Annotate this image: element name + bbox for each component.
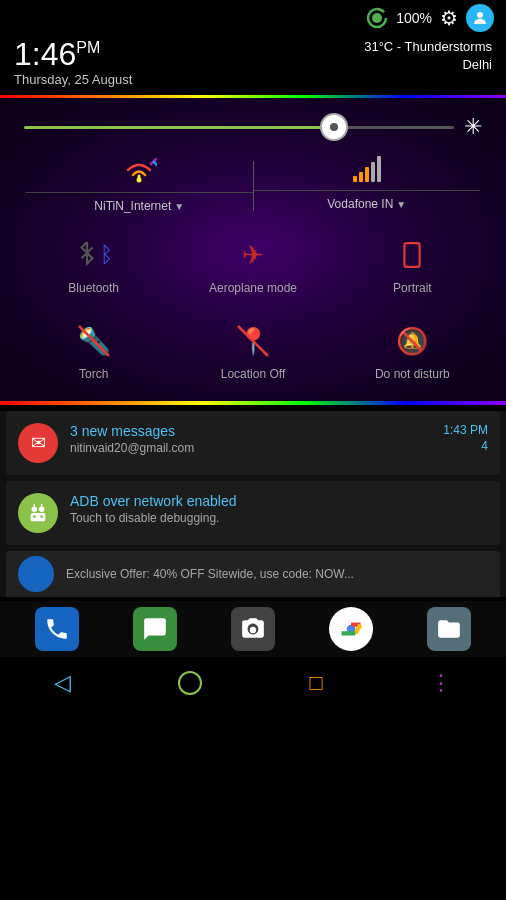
portrait-label: Portrait [393,281,432,295]
svg-point-10 [39,507,44,512]
svg-line-8 [238,326,268,356]
wifi-label: NiTiN_Internet ▼ [94,199,184,213]
toggle-grid: ᛒ Bluetooth ✈ Aeroplane mode Portrait 🔦 [16,225,490,389]
notif-adb[interactable]: ADB over network enabled Touch to disabl… [6,481,500,545]
signal-bars-icon [353,160,381,182]
notif-messages-time: 1:43 PM [443,423,488,437]
avatar[interactable] [466,4,494,32]
date-label: Thursday, 25 August [14,72,132,87]
time-date-row: 1:46PM Thursday, 25 August 31°C - Thunde… [0,36,506,95]
brightness-thumb[interactable] [320,113,348,141]
location-icon: 📍 [233,321,273,361]
svg-point-9 [32,507,37,512]
dock-files[interactable] [427,607,471,651]
svg-line-7 [79,326,109,356]
nav-home-button[interactable] [178,671,202,695]
portrait-icon [392,235,432,275]
svg-line-5 [154,162,157,165]
signal-item[interactable]: Vodafone IN ▼ [254,160,481,211]
notif-messages-content: 3 new messages nitinvaid20@gmail.com [70,423,431,455]
weather-block: 31°C - Thunderstorms Delhi [364,38,492,74]
connectivity-row: NiTiN_Internet ▼ Vodafone IN ▼ [16,158,490,213]
settings-icon[interactable]: ⚙ [440,6,458,30]
dnd-label: Do not disturb [375,367,450,381]
wifi-icon [121,158,157,184]
nav-menu-button[interactable]: ⋮ [430,670,452,696]
location-label: Location Off [221,367,286,381]
svg-point-13 [40,515,43,518]
notif-adb-sub: Touch to disable debugging. [70,511,488,525]
dock-messages[interactable] [133,607,177,651]
battery-icon [366,7,388,29]
dock-camera[interactable] [231,607,275,651]
brightness-track[interactable] [24,126,454,129]
toggle-location[interactable]: 📍 Location Off [175,311,330,389]
toggle-bluetooth[interactable]: ᛒ Bluetooth [16,225,171,303]
notifications-area: ✉ 3 new messages nitinvaid20@gmail.com 1… [0,411,506,597]
city-text: Delhi [364,56,492,74]
dock-phone[interactable] [35,607,79,651]
nav-bar: ◁ □ ⋮ [0,657,506,713]
bluetooth-icon: ᛒ [74,235,114,275]
signal-label: Vodafone IN ▼ [327,197,406,211]
toggle-portrait[interactable]: Portrait [335,225,490,303]
notif-messages-badge: 4 [443,439,488,453]
aeroplane-label: Aeroplane mode [209,281,297,295]
panel-separator [0,401,506,405]
nav-recent-button[interactable]: □ [310,670,323,696]
dnd-icon: 🔕 [392,321,432,361]
weather-text: 31°C - Thunderstorms [364,38,492,56]
toggle-torch[interactable]: 🔦 Torch [16,311,171,389]
svg-point-3 [137,178,142,183]
notif-adb-title: ADB over network enabled [70,493,488,509]
quick-settings-panel: ✳ NiTiN_Internet ▼ [0,98,506,401]
notif-partial-icon [18,556,54,592]
svg-rect-11 [31,513,46,521]
svg-point-2 [477,12,483,18]
toggle-dnd[interactable]: 🔕 Do not disturb [335,311,490,389]
torch-label: Torch [79,367,108,381]
svg-point-16 [250,627,257,634]
toggle-aeroplane[interactable]: ✈ Aeroplane mode [175,225,330,303]
wifi-item[interactable]: NiTiN_Internet ▼ [26,158,253,213]
notif-messages-sub: nitinvaid20@gmail.com [70,441,431,455]
dock-chrome[interactable] [329,607,373,651]
bluetooth-label: Bluetooth [68,281,119,295]
torch-icon: 🔦 [74,321,114,361]
notif-messages-icon: ✉ [18,423,58,463]
wifi-dropdown-icon: ▼ [174,201,184,212]
brightness-row: ✳ [16,114,490,140]
clock-time: 1:46PM [14,38,132,70]
svg-point-1 [372,13,382,23]
nav-back-button[interactable]: ◁ [54,670,71,696]
app-dock [0,601,506,657]
notif-adb-content: ADB over network enabled Touch to disabl… [70,493,488,525]
status-bar: 100% ⚙ [0,0,506,36]
svg-rect-6 [405,243,420,267]
brightness-icon: ✳ [464,114,482,140]
notif-partial[interactable]: Exclusive Offer: 40% OFF Sitewide, use c… [6,551,500,597]
aeroplane-icon: ✈ [233,235,273,275]
battery-percent: 100% [396,10,432,26]
svg-point-12 [33,515,36,518]
signal-dropdown-icon: ▼ [396,199,406,210]
notif-messages-title: 3 new messages [70,423,431,439]
notif-adb-icon [18,493,58,533]
notif-messages[interactable]: ✉ 3 new messages nitinvaid20@gmail.com 1… [6,411,500,475]
notif-partial-text: Exclusive Offer: 40% OFF Sitewide, use c… [66,567,354,581]
